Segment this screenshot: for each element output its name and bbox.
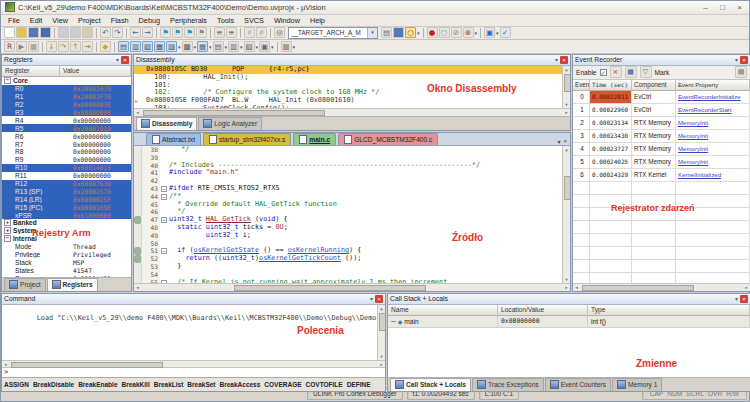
- command-hscrollbar[interactable]: [2, 360, 385, 367]
- scrollbar-thumb[interactable]: [379, 313, 385, 331]
- pin-icon[interactable]: ▾: [735, 56, 738, 64]
- serial-window-button[interactable]: ▤▾: [213, 41, 228, 52]
- system-viewer-icon[interactable]: ▣: [259, 41, 270, 52]
- collapse-icon[interactable]: −: [4, 77, 11, 84]
- enable-breakpoint-icon[interactable]: ○: [439, 27, 450, 38]
- event-property-link[interactable]: KernelInitialized: [678, 171, 721, 178]
- editor-tab-glcd-mcbstm32f400-c[interactable]: GLCD_MCBSTM32F400.c: [338, 133, 438, 145]
- trace-window-button[interactable]: ▧▾: [244, 41, 259, 52]
- tab-call-stack-locals[interactable]: Call Stack + Locals: [390, 378, 471, 391]
- call-stack-window-button[interactable]: ▨▾: [166, 41, 181, 52]
- scrollbar-thumb[interactable]: [11, 362, 163, 368]
- find-in-files-icon[interactable]: ◎: [274, 27, 285, 38]
- command-button-breakenable[interactable]: BreakEnable: [78, 381, 117, 388]
- command-button-define[interactable]: DEFINE: [347, 381, 371, 388]
- event-row[interactable]: 40.00023727RTX MemoryMemoryInit: [573, 143, 750, 156]
- expand-icon[interactable]: +: [4, 219, 11, 226]
- kill-all-breakpoints-button[interactable]: ⊗▾: [463, 27, 478, 38]
- toolbox-icon[interactable]: ▩: [281, 41, 292, 52]
- navigate-back-icon[interactable]: ←: [130, 27, 141, 38]
- fold-toggle-icon[interactable]: −: [161, 217, 167, 223]
- event-property-link[interactable]: EventRecorderInitialize: [678, 93, 741, 100]
- event-property-link[interactable]: EventRecorderStart: [678, 106, 732, 113]
- menu-tools[interactable]: Tools: [212, 16, 239, 25]
- menu-debug[interactable]: Debug: [134, 16, 166, 25]
- tab-project[interactable]: Project: [4, 278, 46, 291]
- debug-views-icon[interactable]: ▣: [484, 27, 495, 38]
- register-row-r11[interactable]: R110x00000000: [2, 172, 131, 180]
- run-to-cursor-icon[interactable]: ⇥: [82, 41, 93, 52]
- command-window-icon[interactable]: ▤: [118, 41, 129, 52]
- uncomment-selection-icon[interactable]: //: [256, 27, 267, 38]
- editor-tab-main-c[interactable]: main.c: [293, 133, 336, 145]
- step-over-icon[interactable]: ↷: [58, 41, 69, 52]
- command-vscrollbar[interactable]: [377, 305, 385, 360]
- debug-views-button[interactable]: ▣▾: [484, 27, 499, 38]
- insert-breakpoint-icon[interactable]: ●: [427, 27, 438, 38]
- pin-icon[interactable]: ▾: [370, 295, 373, 303]
- menu-file[interactable]: File: [3, 16, 25, 25]
- cut-icon[interactable]: [58, 27, 69, 38]
- properties-icon[interactable]: ▤: [735, 66, 747, 78]
- step-icon[interactable]: ↓: [46, 41, 57, 52]
- paste-icon[interactable]: [82, 27, 93, 38]
- bookmark-prev-icon[interactable]: ⚑: [172, 27, 183, 38]
- tab-trace-exceptions[interactable]: Trace Exceptions: [472, 378, 544, 391]
- editor-hscrollbar[interactable]: [134, 283, 570, 291]
- memory-window-icon[interactable]: ▦: [197, 41, 208, 52]
- menu-help[interactable]: Help: [305, 16, 330, 25]
- event-recorder-hscrollbar[interactable]: [573, 283, 750, 291]
- command-button-breakdisable[interactable]: BreakDisable: [33, 381, 74, 388]
- scrollbar-thumb[interactable]: [564, 74, 570, 92]
- event-row[interactable]: 20.00023134RTX MemoryMemoryInit: [573, 117, 750, 130]
- step-out-icon[interactable]: ↑: [70, 41, 81, 52]
- menu-peripherals[interactable]: Peripherals: [165, 16, 212, 25]
- disassembly-window-icon[interactable]: ▥: [130, 41, 141, 52]
- pin-icon[interactable]: ▾: [555, 56, 558, 64]
- undo-icon[interactable]: ↶: [100, 27, 111, 38]
- register-row-r9[interactable]: R90x00000000: [2, 156, 131, 164]
- open-file-icon[interactable]: [16, 27, 27, 38]
- scrollbar-thumb[interactable]: [143, 110, 325, 116]
- callstack-row[interactable]: ─◆main0x08000000int f(): [388, 316, 750, 328]
- internal-row-sec[interactable]: Sec0.00204492: [2, 274, 131, 277]
- clear-events-icon[interactable]: ×: [610, 66, 622, 78]
- command-button-breakkill[interactable]: BreakKill: [122, 381, 150, 388]
- bookmark-next-icon[interactable]: ⚑: [184, 27, 195, 38]
- menu-window[interactable]: Window: [269, 16, 305, 25]
- source-code-area[interactable]: Źródło 38 */3940/* Includes ------------…: [134, 146, 570, 283]
- register-row-r0[interactable]: R00x20001070: [2, 85, 131, 93]
- disable-breakpoint-icon[interactable]: ⊘: [451, 27, 462, 38]
- fold-toggle-icon[interactable]: −: [161, 194, 167, 200]
- search-icon[interactable]: ○: [405, 27, 416, 38]
- collapse-icon[interactable]: −: [4, 235, 11, 242]
- tab-list-icon[interactable]: ▾: [557, 138, 560, 145]
- symbol-window-icon[interactable]: ▧: [142, 41, 153, 52]
- command-log[interactable]: Load "C:\\Keil_v5_29\\demo F400\\MDK\\Bo…: [2, 305, 385, 360]
- register-row-r10[interactable]: R100x08014818: [2, 164, 131, 172]
- search-button[interactable]: ○▾: [405, 27, 420, 38]
- editor-tab-abstract-txt[interactable]: Abstract.txt: [146, 133, 201, 145]
- command-button-covtofile[interactable]: COVTOFILE: [306, 381, 343, 388]
- registers-window-icon[interactable]: ▦: [154, 41, 165, 52]
- register-group-banked[interactable]: +Banked: [2, 219, 131, 227]
- bookmark-toggle-icon[interactable]: ⚑: [160, 27, 171, 38]
- comment-selection-icon[interactable]: //: [244, 27, 255, 38]
- command-button-breakaccess[interactable]: BreakAccess: [220, 381, 261, 388]
- close-icon[interactable]: [740, 295, 748, 303]
- command-button-assign[interactable]: ASSIGN: [4, 381, 29, 388]
- watch-window-button[interactable]: ▩▾: [182, 41, 197, 52]
- tab-event-counters[interactable]: Event Counters: [545, 378, 611, 391]
- register-group-core[interactable]: −Core: [2, 77, 131, 85]
- close-icon[interactable]: [740, 56, 748, 64]
- menu-project[interactable]: Project: [73, 16, 106, 25]
- system-viewer-button[interactable]: ▣▾: [259, 41, 274, 52]
- browse-info-icon[interactable]: ▤: [381, 27, 392, 38]
- internal-row-mode[interactable]: ModeThread: [2, 243, 131, 251]
- event-property-link[interactable]: MemoryInit: [678, 158, 708, 165]
- save-icon[interactable]: [28, 27, 39, 38]
- event-row[interactable]: 00.00022811EvCtrlEventRecorderInitialize: [573, 91, 750, 104]
- fold-toggle-icon[interactable]: −: [161, 248, 167, 254]
- command-button-breaklist[interactable]: BreakList: [154, 381, 184, 388]
- analysis-window-icon[interactable]: ▥: [228, 41, 239, 52]
